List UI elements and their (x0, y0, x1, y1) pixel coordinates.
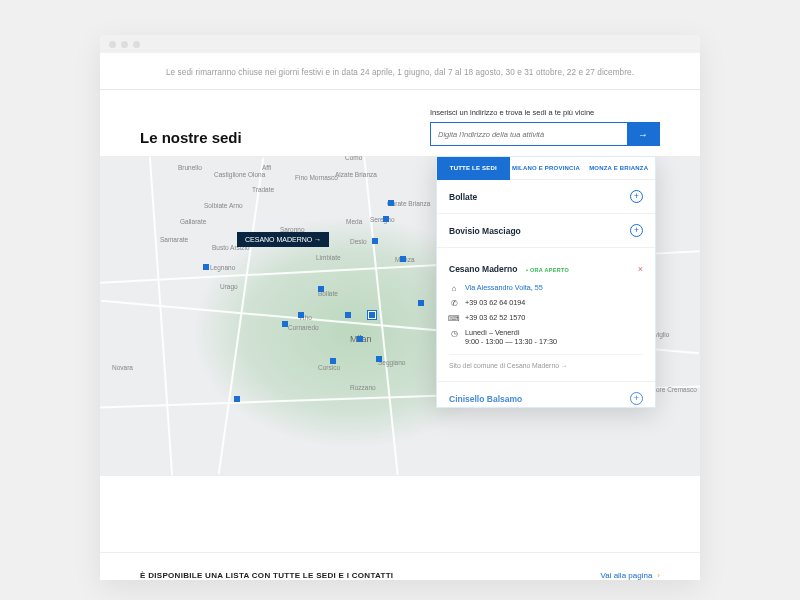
location-row[interactable]: Cinisello Balsamo + (437, 382, 655, 407)
map[interactable]: Milan Bergamo Novara Monza Rozzano Corsi… (100, 156, 700, 476)
expand-icon[interactable]: + (630, 224, 643, 237)
expand-icon[interactable]: + (630, 190, 643, 203)
address-line: ⌂ Via Alessandro Volta, 55 (449, 283, 643, 293)
location-name: Cinisello Balsamo (449, 394, 522, 404)
location-name: Cesano Maderno (449, 264, 518, 274)
footer-link[interactable]: Vai alla pagina› (600, 571, 660, 580)
chevron-right-icon: › (657, 571, 660, 580)
tab-all[interactable]: TUTTE LE SEDI (437, 157, 510, 180)
footer-text: È DISPONIBILE UNA LISTA CON TUTTE LE SED… (140, 571, 393, 580)
page-footer: È DISPONIBILE UNA LISTA CON TUTTE LE SED… (100, 552, 700, 580)
map-city-label: Corsico (318, 364, 340, 371)
map-marker[interactable] (330, 358, 336, 364)
search-label: Inserisci un indirizzo e trova le sedi a… (430, 108, 660, 117)
map-marker[interactable] (383, 216, 389, 222)
fax-icon: ⌨ (449, 313, 459, 323)
map-city-label: Alzate Brianza (335, 171, 377, 178)
search-input[interactable] (431, 123, 627, 145)
map-city-label: Gallarate (180, 218, 206, 225)
site-link[interactable]: Sito del comune di Cesano Maderno → (449, 354, 643, 371)
map-marker[interactable] (376, 356, 382, 362)
notice-bar: Le sedi rimarranno chiuse nei giorni fes… (100, 53, 700, 90)
search-container: Inserisci un indirizzo e trova le sedi a… (430, 108, 660, 146)
map-marker[interactable] (418, 300, 424, 306)
phone-line: ✆ +39 03 62 64 0194 (449, 298, 643, 308)
clock-icon: ◷ (449, 328, 459, 338)
browser-chrome (100, 35, 700, 53)
map-city-label: Samarate (160, 236, 188, 243)
location-panel: TUTTE LE SEDI MILANO E PROVINCIA MONZA E… (436, 156, 656, 408)
map-marker[interactable] (357, 336, 363, 342)
map-city-label: Seggiano (378, 359, 405, 366)
map-marker[interactable] (400, 256, 406, 262)
window-dot (133, 41, 140, 48)
map-tooltip[interactable]: CESANO MADERNO → (237, 232, 329, 247)
map-marker[interactable] (203, 264, 209, 270)
map-city-label: Fino Mornasco (295, 174, 338, 181)
map-city-label: Como (345, 156, 362, 161)
map-city-label: Castiglione Olona (214, 171, 265, 178)
map-marker[interactable] (318, 286, 324, 292)
map-marker[interactable] (388, 200, 394, 206)
search-box: → (430, 122, 660, 146)
map-city-label: Novara (112, 364, 133, 371)
expand-icon[interactable]: + (630, 392, 643, 405)
home-icon: ⌂ (449, 283, 459, 293)
map-city-label: Brunello (178, 164, 202, 171)
search-button[interactable]: → (627, 123, 659, 145)
map-city-label: Legnano (210, 264, 235, 271)
location-row[interactable]: Bollate + (437, 180, 655, 214)
phone-icon: ✆ (449, 298, 459, 308)
location-name: Bollate (449, 192, 477, 202)
location-expanded: Cesano Maderno • ORA APERTO × ⌂ Via Ales… (437, 248, 655, 382)
map-city-label: Rozzano (350, 384, 376, 391)
hours-text: Lunedì – Venerdì 9:00 - 13:00 — 13:30 - … (465, 328, 557, 346)
panel-tabs: TUTTE LE SEDI MILANO E PROVINCIA MONZA E… (437, 157, 655, 180)
map-city-label: Meda (346, 218, 362, 225)
browser-window: Le sedi rimarranno chiuse nei giorni fes… (100, 35, 700, 580)
page-title: Le nostre sedi (140, 129, 242, 146)
window-dot (109, 41, 116, 48)
map-city-label: Urago (220, 283, 238, 290)
phone-text: +39 03 62 64 0194 (465, 298, 525, 307)
location-row[interactable]: Bovisio Masciago + (437, 214, 655, 248)
map-marker[interactable] (234, 396, 240, 402)
map-city-label: Cornaredo (288, 324, 319, 331)
map-city-label: Limbiate (316, 254, 341, 261)
tab-monza[interactable]: MONZA E BRIANZA (582, 157, 655, 180)
page-header: Le nostre sedi Inserisci un indirizzo e … (100, 90, 700, 156)
tab-milano[interactable]: MILANO E PROVINCIA (510, 157, 583, 180)
map-marker[interactable] (282, 321, 288, 327)
map-marker[interactable] (345, 312, 351, 318)
site-link-text: Sito del comune di Cesano Maderno → (449, 362, 568, 369)
fax-line: ⌨ +39 03 62 52 1570 (449, 313, 643, 323)
address-text: Via Alessandro Volta, 55 (465, 283, 543, 292)
map-city-label: Affi (262, 164, 271, 171)
close-icon[interactable]: × (638, 264, 643, 274)
map-marker[interactable] (372, 238, 378, 244)
status-badge: • ORA APERTO (526, 267, 569, 273)
location-name: Bovisio Masciago (449, 226, 521, 236)
map-marker-selected[interactable] (368, 311, 376, 319)
map-city-label: Desio (350, 238, 367, 245)
fax-text: +39 03 62 52 1570 (465, 313, 525, 322)
map-marker[interactable] (298, 312, 304, 318)
map-city-label: Tradate (252, 186, 274, 193)
window-dot (121, 41, 128, 48)
hours-line: ◷ Lunedì – Venerdì 9:00 - 13:00 — 13:30 … (449, 328, 643, 346)
arrow-right-icon: → (638, 129, 648, 140)
map-city-label: Solbiate Arno (204, 202, 243, 209)
notice-text: Le sedi rimarranno chiuse nei giorni fes… (130, 68, 670, 77)
